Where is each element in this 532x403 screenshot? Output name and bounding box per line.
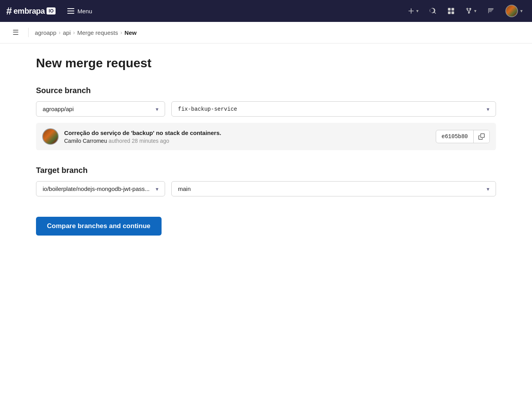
source-branch-chevron: ▾ — [487, 106, 489, 112]
logo[interactable]: # embrapa IO — [6, 5, 56, 17]
breadcrumb-sep-3: › — [120, 29, 122, 36]
commit-time: authored 28 minutes ago — [109, 138, 169, 144]
source-project-value: agroapp/api — [43, 106, 74, 112]
target-project-dropdown[interactable]: io/boilerplate/nodejs-mongodb-jwt-pass..… — [36, 181, 165, 196]
source-dropdown-row: agroapp/api ▾ fix-backup-service ▾ — [36, 101, 496, 117]
issues-icon — [448, 7, 455, 14]
target-branch-value: main — [178, 185, 191, 192]
breadcrumb-merge-requests[interactable]: Merge requests — [77, 29, 118, 36]
source-project-dropdown[interactable]: agroapp/api ▾ — [36, 101, 165, 117]
subnav-divider — [28, 28, 29, 37]
source-branch-section: Source branch agroapp/api ▾ fix-backup-s… — [36, 86, 496, 150]
sidebar-toggle-icon: ☰ — [13, 29, 19, 36]
hamburger-icon — [67, 8, 74, 14]
commit-info-box: Correção do serviço de 'backup' no stack… — [36, 123, 496, 150]
target-project-chevron: ▾ — [156, 186, 158, 192]
commit-author-name: Camilo Carromeu — [64, 138, 107, 144]
svg-rect-0 — [448, 8, 451, 11]
breadcrumb-sep-1: › — [59, 29, 61, 36]
merge-nav-chevron: ▾ — [474, 8, 476, 14]
breadcrumb-agroapp[interactable]: agroapp — [35, 29, 56, 36]
user-menu-button[interactable]: ▾ — [502, 2, 526, 20]
copy-icon — [478, 133, 485, 140]
search-button[interactable] — [426, 5, 440, 17]
svg-rect-3 — [451, 11, 454, 14]
todo-icon — [487, 7, 494, 14]
user-chevron: ▾ — [520, 8, 523, 14]
sidebar-toggle[interactable]: ☰ — [9, 27, 22, 38]
logo-name: embrapa — [13, 7, 45, 16]
compare-branches-button[interactable]: Compare branches and continue — [36, 217, 162, 236]
source-project-chevron: ▾ — [156, 106, 158, 112]
main-content: New merge request Source branch agroapp/… — [23, 43, 509, 259]
target-project-value: io/boilerplate/nodejs-mongodb-jwt-pass..… — [43, 185, 149, 192]
page-title: New merge request — [36, 56, 496, 70]
commit-author-avatar — [42, 128, 59, 145]
source-branch-dropdown[interactable]: fix-backup-service ▾ — [171, 101, 496, 117]
target-dropdown-row: io/boilerplate/nodejs-mongodb-jwt-pass..… — [36, 181, 496, 196]
create-button[interactable]: ▾ — [404, 5, 422, 17]
target-branch-label: Target branch — [36, 166, 496, 175]
copy-hash-button[interactable] — [474, 130, 489, 143]
top-nav: # embrapa IO Menu ▾ ▾ ▾ — [0, 0, 532, 22]
commit-hash: e6105b80 — [436, 130, 474, 143]
svg-rect-1 — [451, 8, 454, 11]
commit-hash-area: e6105b80 — [436, 130, 490, 143]
menu-button[interactable]: Menu — [63, 5, 96, 17]
search-icon — [430, 7, 437, 14]
subnav: ☰ agroapp › api › Merge requests › New — [0, 22, 532, 43]
svg-rect-2 — [448, 11, 451, 14]
commit-details: Correção do serviço de 'backup' no stack… — [64, 130, 430, 144]
issues-button[interactable] — [444, 5, 458, 17]
breadcrumb: agroapp › api › Merge requests › New — [35, 29, 137, 36]
commit-author-line: Camilo Carromeu authored 28 minutes ago — [64, 138, 430, 144]
merge-icon — [466, 7, 473, 14]
breadcrumb-sep-2: › — [73, 29, 75, 36]
logo-hash: # — [6, 5, 12, 17]
logo-badge: IO — [47, 7, 56, 14]
breadcrumb-current: New — [124, 29, 137, 36]
menu-label: Menu — [77, 8, 92, 14]
commit-message: Correção do serviço de 'backup' no stack… — [64, 130, 430, 136]
target-branch-chevron: ▾ — [487, 186, 489, 192]
target-branch-section: Target branch io/boilerplate/nodejs-mong… — [36, 166, 496, 196]
todos-button[interactable] — [484, 5, 498, 17]
source-branch-value: fix-backup-service — [178, 106, 237, 112]
create-chevron: ▾ — [416, 8, 419, 14]
merge-requests-nav-button[interactable]: ▾ — [462, 5, 480, 17]
target-branch-dropdown[interactable]: main ▾ — [171, 181, 496, 196]
breadcrumb-api[interactable]: api — [63, 29, 71, 36]
user-avatar — [505, 5, 518, 17]
plus-icon — [408, 7, 415, 14]
source-branch-label: Source branch — [36, 86, 496, 95]
